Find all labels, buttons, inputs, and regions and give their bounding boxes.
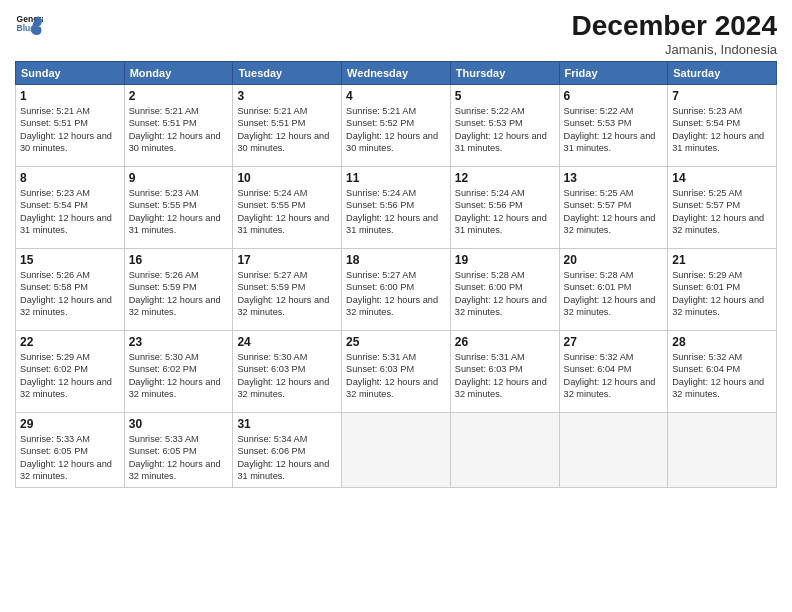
day-number: 31 (237, 417, 337, 431)
calendar-cell: 19Sunrise: 5:28 AMSunset: 6:00 PMDayligh… (450, 249, 559, 331)
location-subtitle: Jamanis, Indonesia (572, 42, 777, 57)
calendar-cell: 30Sunrise: 5:33 AMSunset: 6:05 PMDayligh… (124, 413, 233, 488)
calendar-cell: 8Sunrise: 5:23 AMSunset: 5:54 PMDaylight… (16, 167, 125, 249)
day-detail: Sunrise: 5:32 AMSunset: 6:04 PMDaylight:… (672, 351, 772, 401)
day-number: 20 (564, 253, 664, 267)
calendar-week-1: 1Sunrise: 5:21 AMSunset: 5:51 PMDaylight… (16, 85, 777, 167)
day-detail: Sunrise: 5:30 AMSunset: 6:02 PMDaylight:… (129, 351, 229, 401)
day-number: 24 (237, 335, 337, 349)
day-number: 28 (672, 335, 772, 349)
day-detail: Sunrise: 5:21 AMSunset: 5:51 PMDaylight:… (20, 105, 120, 155)
day-number: 30 (129, 417, 229, 431)
calendar-cell: 24Sunrise: 5:30 AMSunset: 6:03 PMDayligh… (233, 331, 342, 413)
calendar-cell (559, 413, 668, 488)
calendar-cell: 26Sunrise: 5:31 AMSunset: 6:03 PMDayligh… (450, 331, 559, 413)
day-detail: Sunrise: 5:23 AMSunset: 5:54 PMDaylight:… (20, 187, 120, 237)
day-number: 21 (672, 253, 772, 267)
calendar-cell: 21Sunrise: 5:29 AMSunset: 6:01 PMDayligh… (668, 249, 777, 331)
calendar-cell: 11Sunrise: 5:24 AMSunset: 5:56 PMDayligh… (342, 167, 451, 249)
day-number: 26 (455, 335, 555, 349)
day-detail: Sunrise: 5:21 AMSunset: 5:52 PMDaylight:… (346, 105, 446, 155)
logo-icon: General Blue (15, 10, 43, 38)
day-number: 17 (237, 253, 337, 267)
day-number: 13 (564, 171, 664, 185)
day-detail: Sunrise: 5:24 AMSunset: 5:56 PMDaylight:… (455, 187, 555, 237)
day-detail: Sunrise: 5:25 AMSunset: 5:57 PMDaylight:… (564, 187, 664, 237)
calendar-cell (342, 413, 451, 488)
calendar-cell: 29Sunrise: 5:33 AMSunset: 6:05 PMDayligh… (16, 413, 125, 488)
calendar-cell: 6Sunrise: 5:22 AMSunset: 5:53 PMDaylight… (559, 85, 668, 167)
calendar-header-friday: Friday (559, 62, 668, 85)
calendar-cell: 18Sunrise: 5:27 AMSunset: 6:00 PMDayligh… (342, 249, 451, 331)
day-detail: Sunrise: 5:29 AMSunset: 6:02 PMDaylight:… (20, 351, 120, 401)
header: General Blue December 2024 Jamanis, Indo… (15, 10, 777, 57)
calendar-cell: 27Sunrise: 5:32 AMSunset: 6:04 PMDayligh… (559, 331, 668, 413)
calendar-cell: 25Sunrise: 5:31 AMSunset: 6:03 PMDayligh… (342, 331, 451, 413)
day-number: 15 (20, 253, 120, 267)
day-number: 16 (129, 253, 229, 267)
calendar-cell: 7Sunrise: 5:23 AMSunset: 5:54 PMDaylight… (668, 85, 777, 167)
day-number: 14 (672, 171, 772, 185)
calendar-week-5: 29Sunrise: 5:33 AMSunset: 6:05 PMDayligh… (16, 413, 777, 488)
day-number: 23 (129, 335, 229, 349)
calendar-header-sunday: Sunday (16, 62, 125, 85)
day-detail: Sunrise: 5:28 AMSunset: 6:00 PMDaylight:… (455, 269, 555, 319)
day-detail: Sunrise: 5:27 AMSunset: 6:00 PMDaylight:… (346, 269, 446, 319)
day-detail: Sunrise: 5:22 AMSunset: 5:53 PMDaylight:… (564, 105, 664, 155)
calendar-cell: 9Sunrise: 5:23 AMSunset: 5:55 PMDaylight… (124, 167, 233, 249)
calendar-cell: 3Sunrise: 5:21 AMSunset: 5:51 PMDaylight… (233, 85, 342, 167)
calendar-cell: 4Sunrise: 5:21 AMSunset: 5:52 PMDaylight… (342, 85, 451, 167)
day-number: 12 (455, 171, 555, 185)
calendar-cell (668, 413, 777, 488)
calendar-cell: 31Sunrise: 5:34 AMSunset: 6:06 PMDayligh… (233, 413, 342, 488)
calendar-week-2: 8Sunrise: 5:23 AMSunset: 5:54 PMDaylight… (16, 167, 777, 249)
day-detail: Sunrise: 5:31 AMSunset: 6:03 PMDaylight:… (346, 351, 446, 401)
day-number: 10 (237, 171, 337, 185)
calendar-header-saturday: Saturday (668, 62, 777, 85)
day-detail: Sunrise: 5:24 AMSunset: 5:56 PMDaylight:… (346, 187, 446, 237)
day-number: 4 (346, 89, 446, 103)
day-number: 25 (346, 335, 446, 349)
calendar-cell: 28Sunrise: 5:32 AMSunset: 6:04 PMDayligh… (668, 331, 777, 413)
day-number: 9 (129, 171, 229, 185)
day-number: 8 (20, 171, 120, 185)
day-detail: Sunrise: 5:31 AMSunset: 6:03 PMDaylight:… (455, 351, 555, 401)
calendar-cell: 23Sunrise: 5:30 AMSunset: 6:02 PMDayligh… (124, 331, 233, 413)
day-number: 11 (346, 171, 446, 185)
calendar-cell: 17Sunrise: 5:27 AMSunset: 5:59 PMDayligh… (233, 249, 342, 331)
month-title: December 2024 (572, 10, 777, 42)
calendar-header-thursday: Thursday (450, 62, 559, 85)
day-detail: Sunrise: 5:27 AMSunset: 5:59 PMDaylight:… (237, 269, 337, 319)
day-number: 7 (672, 89, 772, 103)
day-number: 19 (455, 253, 555, 267)
day-number: 6 (564, 89, 664, 103)
calendar-header-row: SundayMondayTuesdayWednesdayThursdayFrid… (16, 62, 777, 85)
calendar-header-monday: Monday (124, 62, 233, 85)
calendar-table: SundayMondayTuesdayWednesdayThursdayFrid… (15, 61, 777, 488)
day-number: 2 (129, 89, 229, 103)
day-detail: Sunrise: 5:34 AMSunset: 6:06 PMDaylight:… (237, 433, 337, 483)
calendar-cell: 16Sunrise: 5:26 AMSunset: 5:59 PMDayligh… (124, 249, 233, 331)
day-detail: Sunrise: 5:33 AMSunset: 6:05 PMDaylight:… (129, 433, 229, 483)
calendar-week-4: 22Sunrise: 5:29 AMSunset: 6:02 PMDayligh… (16, 331, 777, 413)
calendar-cell: 13Sunrise: 5:25 AMSunset: 5:57 PMDayligh… (559, 167, 668, 249)
page-container: General Blue December 2024 Jamanis, Indo… (0, 0, 792, 498)
day-detail: Sunrise: 5:21 AMSunset: 5:51 PMDaylight:… (237, 105, 337, 155)
logo: General Blue (15, 10, 43, 38)
calendar-cell (450, 413, 559, 488)
day-detail: Sunrise: 5:26 AMSunset: 5:59 PMDaylight:… (129, 269, 229, 319)
day-number: 3 (237, 89, 337, 103)
day-detail: Sunrise: 5:23 AMSunset: 5:54 PMDaylight:… (672, 105, 772, 155)
day-number: 29 (20, 417, 120, 431)
day-detail: Sunrise: 5:22 AMSunset: 5:53 PMDaylight:… (455, 105, 555, 155)
calendar-header-tuesday: Tuesday (233, 62, 342, 85)
calendar-cell: 20Sunrise: 5:28 AMSunset: 6:01 PMDayligh… (559, 249, 668, 331)
day-detail: Sunrise: 5:32 AMSunset: 6:04 PMDaylight:… (564, 351, 664, 401)
day-detail: Sunrise: 5:26 AMSunset: 5:58 PMDaylight:… (20, 269, 120, 319)
calendar-cell: 2Sunrise: 5:21 AMSunset: 5:51 PMDaylight… (124, 85, 233, 167)
calendar-header-wednesday: Wednesday (342, 62, 451, 85)
day-detail: Sunrise: 5:33 AMSunset: 6:05 PMDaylight:… (20, 433, 120, 483)
day-number: 1 (20, 89, 120, 103)
calendar-cell: 5Sunrise: 5:22 AMSunset: 5:53 PMDaylight… (450, 85, 559, 167)
calendar-cell: 14Sunrise: 5:25 AMSunset: 5:57 PMDayligh… (668, 167, 777, 249)
